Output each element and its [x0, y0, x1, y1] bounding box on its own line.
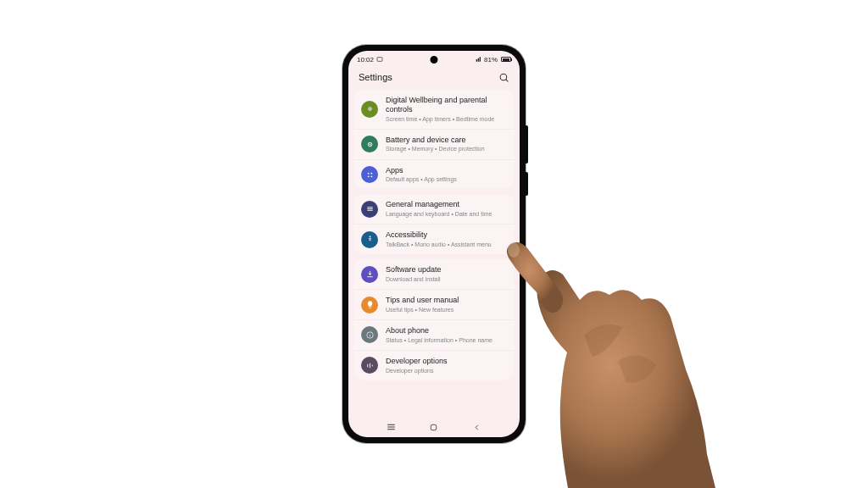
recents-icon [386, 423, 397, 431]
item-subtitle: Download and install [386, 275, 507, 283]
signal-icon [476, 56, 482, 63]
settings-item-developer-options[interactable]: Developer options Developer options [353, 351, 515, 380]
volume-button [526, 125, 528, 164]
item-subtitle: Screen time • App timers • Bedtime mode [386, 115, 507, 123]
navigation-bar [348, 417, 520, 437]
item-subtitle: Status • Legal information • Phone name [386, 336, 507, 344]
settings-item-general-management[interactable]: General management Language and keyboard… [353, 194, 515, 225]
settings-group: General management Language and keyboard… [353, 194, 515, 254]
software-update-icon [361, 266, 378, 283]
back-icon [472, 423, 481, 432]
item-title: Digital Wellbeing and parental controls [386, 96, 507, 114]
back-button[interactable] [471, 421, 483, 433]
status-time: 10:02 [357, 56, 374, 64]
home-button[interactable] [428, 421, 440, 433]
item-title: General management [386, 200, 507, 209]
tips-icon [361, 297, 378, 313]
item-title: About phone [386, 326, 507, 336]
item-title: Software update [386, 265, 507, 274]
power-button [526, 172, 528, 196]
svg-point-1 [500, 74, 507, 80]
settings-item-battery-care[interactable]: Battery and device care Storage • Memory… [353, 130, 515, 160]
settings-group: Software update Download and install Tip… [353, 259, 515, 380]
general-management-icon [361, 201, 378, 218]
home-icon [429, 423, 438, 432]
svg-point-14 [369, 236, 370, 238]
svg-rect-0 [377, 58, 382, 62]
about-phone-icon [361, 326, 378, 343]
search-button[interactable] [498, 71, 509, 83]
item-title: Accessibility [386, 230, 507, 240]
recents-button[interactable] [385, 421, 397, 433]
settings-list[interactable]: Digital Wellbeing and parental controls … [348, 90, 520, 417]
header: Settings [348, 68, 520, 90]
screen: 10:02 81% Settings Digital Wellbeing [348, 51, 520, 437]
item-subtitle: Language and keyboard • Date and time [386, 210, 507, 218]
camera-hole [431, 56, 438, 64]
settings-item-accessibility[interactable]: Accessibility TalkBack • Mono audio • As… [353, 225, 515, 254]
item-title: Battery and device care [386, 136, 507, 145]
svg-point-7 [367, 172, 369, 174]
search-icon [498, 72, 509, 83]
svg-point-8 [370, 172, 372, 174]
settings-item-tips[interactable]: Tips and user manual Useful tips • New f… [353, 290, 515, 320]
item-title: Tips and user manual [386, 296, 507, 305]
settings-item-apps[interactable]: Apps Default apps • App settings [353, 160, 515, 190]
svg-point-10 [370, 175, 372, 177]
battery-care-icon [361, 136, 378, 152]
svg-line-2 [505, 79, 508, 81]
item-title: Developer options [386, 357, 507, 366]
phone-frame: 10:02 81% Settings Digital Wellbeing [342, 45, 526, 443]
settings-item-wellbeing[interactable]: Digital Wellbeing and parental controls … [353, 90, 515, 130]
settings-item-software-update[interactable]: Software update Download and install [353, 259, 515, 290]
item-subtitle: TalkBack • Mono audio • Assistant menu [386, 241, 507, 248]
item-subtitle: Useful tips • New features [386, 306, 507, 313]
apps-icon [361, 166, 378, 183]
item-subtitle: Storage • Memory • Device protection [386, 145, 507, 152]
developer-options-icon [361, 357, 378, 374]
svg-rect-21 [431, 424, 437, 430]
accessibility-icon [361, 231, 378, 248]
item-subtitle: Developer options [386, 367, 507, 374]
svg-point-6 [369, 143, 370, 145]
battery-percent: 81% [484, 56, 498, 64]
svg-point-4 [369, 108, 370, 109]
svg-point-9 [367, 175, 369, 177]
message-icon [376, 56, 383, 63]
battery-icon [501, 57, 511, 62]
hand-overlay [491, 234, 728, 488]
settings-item-about-phone[interactable]: About phone Status • Legal information •… [353, 320, 515, 351]
settings-group: Digital Wellbeing and parental controls … [353, 90, 515, 189]
wellbeing-icon [361, 101, 378, 118]
item-subtitle: Default apps • App settings [386, 175, 507, 183]
page-title: Settings [359, 72, 392, 82]
item-title: Apps [386, 166, 507, 175]
